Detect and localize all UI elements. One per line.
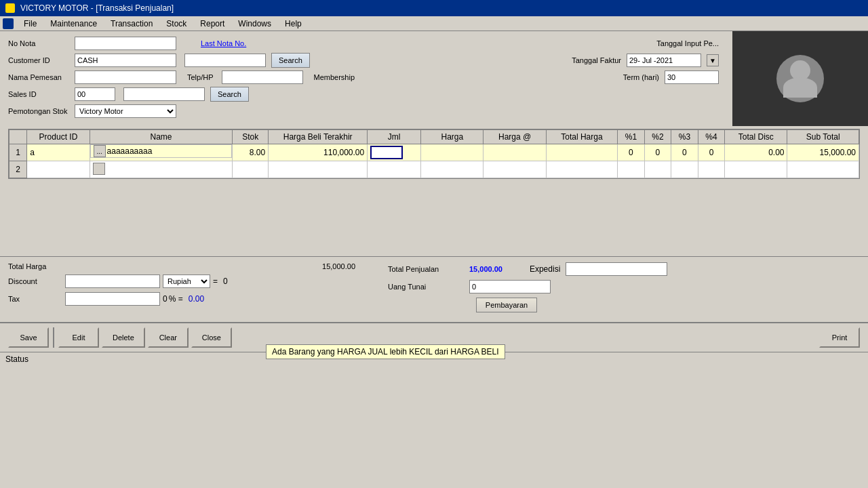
membership-label: Membership	[314, 73, 355, 81]
sales-search-button[interactable]: Search	[210, 87, 249, 102]
customer-name-input[interactable]	[184, 54, 266, 67]
product-table: Product ID Name Stok Harga Beli Terakhir…	[9, 129, 859, 178]
discount-currency-select[interactable]: Rupiah	[163, 274, 210, 288]
menu-stock[interactable]: Stock	[160, 17, 193, 30]
col-total-disc: Total Disc	[725, 130, 787, 144]
no-nota-row: No Nota Last Nota No. Tanggal Input Pe..…	[8, 37, 719, 50]
warning-tooltip: Ada Barang yang HARGA JUAL lebih KECIL d…	[266, 344, 505, 359]
col-harga: Harga	[421, 130, 484, 144]
sales-id-input[interactable]	[75, 87, 115, 101]
save-button[interactable]: Save	[8, 327, 49, 348]
separator-1	[53, 327, 54, 348]
harga-beli-cell-2	[269, 161, 368, 178]
jml-cell-2	[368, 161, 421, 178]
product-name-cell-2	[90, 161, 233, 178]
telp-hp-input[interactable]	[222, 70, 303, 84]
menu-windows[interactable]: Windows	[232, 17, 277, 30]
p2-cell-2	[644, 161, 671, 178]
no-nota-input[interactable]	[75, 37, 176, 50]
last-nota-link[interactable]: Last Nota No.	[201, 39, 246, 47]
pemotongan-stok-label: Pemotongan Stok	[8, 107, 69, 115]
uang-tunai-label: Uang Tunai	[388, 283, 469, 291]
harga-at-cell-1	[484, 144, 546, 161]
col-sub-total: Sub Total	[787, 130, 859, 144]
uang-tunai-input[interactable]	[469, 280, 551, 293]
pembayaran-row: Pembayaran	[476, 298, 860, 312]
expedisi-label: Expedisi	[530, 264, 560, 274]
jml-input-1[interactable]	[370, 146, 403, 159]
avatar-panel	[732, 31, 868, 126]
avatar-body	[783, 77, 817, 98]
pemotongan-stok-select[interactable]: Victory Motor	[75, 104, 176, 118]
tax-result: 0.00	[189, 294, 204, 304]
customer-id-input[interactable]	[75, 54, 176, 67]
customer-search-button[interactable]: Search	[271, 53, 310, 68]
total-harga-label: Total Harga	[8, 262, 62, 270]
term-input[interactable]	[665, 70, 719, 84]
tax-percent-value: 0	[163, 294, 167, 304]
row-num-1: 1	[9, 144, 27, 161]
total-disc-cell-1: 0.00	[725, 144, 787, 161]
col-stok: Stok	[233, 130, 269, 144]
sub-total-cell-2	[787, 161, 859, 178]
product-lookup-button-2[interactable]	[93, 163, 105, 175]
col-num	[9, 130, 27, 144]
tax-input[interactable]	[65, 292, 160, 306]
customer-id-row: Customer ID Search Tanggal Faktur ▼	[8, 53, 719, 68]
stok-cell-2	[233, 161, 269, 178]
empty-area	[0, 182, 868, 256]
total-harga-cell-2	[546, 161, 617, 178]
telp-hp-label: Telp/HP	[187, 73, 214, 81]
col-harga-beli: Harga Beli Terakhir	[269, 130, 368, 144]
uang-tunai-row: Uang Tunai	[388, 280, 860, 293]
total-harga-row: Total Harga 15,000.00	[8, 262, 361, 270]
product-name-btn-cell-1: ... aaaaaaaaaa	[90, 144, 233, 158]
clear-button[interactable]: Clear	[148, 327, 189, 348]
harga-cell-2	[421, 161, 484, 178]
discount-amount-input[interactable]	[65, 274, 160, 288]
tax-row: Tax 0 % = 0.00	[8, 292, 361, 306]
discount-result: 0	[223, 277, 228, 286]
product-id-value-1: a	[30, 148, 35, 157]
product-table-section: Product ID Name Stok Harga Beli Terakhir…	[8, 129, 860, 179]
product-id-cell-2[interactable]	[27, 161, 90, 178]
discount-row: Discount Rupiah = 0	[8, 274, 361, 288]
col-name: Name	[90, 130, 233, 144]
tanggal-faktur-input[interactable]	[627, 54, 701, 67]
nama-pemesan-input[interactable]	[75, 70, 176, 84]
harga-cell-1	[421, 144, 484, 161]
harga-beli-cell-1: 110,000.00	[269, 144, 368, 161]
menu-report[interactable]: Report	[194, 17, 231, 30]
pemotongan-stok-row: Pemotongan Stok Victory Motor	[8, 104, 719, 118]
calendar-icon[interactable]: ▼	[707, 54, 719, 66]
menu-transaction[interactable]: Transaction	[104, 17, 159, 30]
p1-cell-2	[618, 161, 645, 178]
col-p3: %3	[671, 130, 698, 144]
edit-button[interactable]: Edit	[58, 327, 99, 348]
sales-id-row: Sales ID Search	[8, 87, 719, 102]
status-text: Status	[5, 354, 28, 364]
delete-button[interactable]: Delete	[102, 327, 145, 348]
menu-help[interactable]: Help	[279, 17, 308, 30]
expedisi-input[interactable]	[566, 262, 667, 276]
col-p2: %2	[644, 130, 671, 144]
product-lookup-button-1[interactable]: ...	[94, 145, 106, 157]
tax-percent-sign: % =	[169, 294, 183, 304]
stok-cell-1: 8.00	[233, 144, 269, 161]
col-p1: %1	[618, 130, 645, 144]
print-button[interactable]: Print	[819, 327, 860, 348]
total-disc-cell-2	[725, 161, 787, 178]
pembayaran-button[interactable]: Pembayaran	[476, 298, 537, 312]
menu-maintenance[interactable]: Maintenance	[44, 17, 103, 30]
menu-bar: File Maintenance Transaction Stock Repor…	[0, 16, 868, 31]
close-button[interactable]: Close	[191, 327, 232, 348]
col-product-id: Product ID	[27, 130, 90, 144]
jml-cell-1[interactable]	[368, 144, 421, 161]
total-penjualan-label: Total Penjualan	[388, 265, 469, 273]
tax-label: Tax	[8, 295, 62, 303]
tanggal-input-label: Tanggal Input Pe...	[656, 39, 719, 47]
sales-name-input[interactable]	[123, 87, 205, 101]
product-id-cell-1[interactable]: a	[27, 144, 90, 161]
menu-file[interactable]: File	[18, 17, 43, 30]
p1-cell-1: 0	[618, 144, 645, 161]
